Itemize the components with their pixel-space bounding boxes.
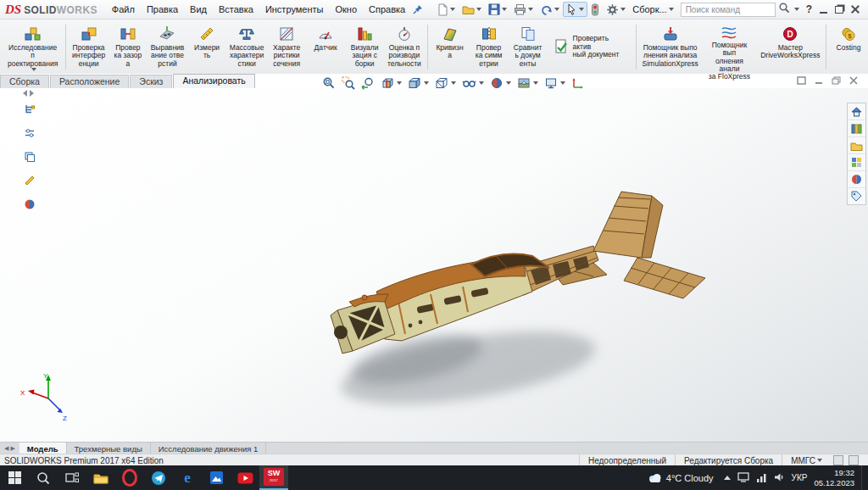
- display-tray-icon[interactable]: [737, 471, 749, 486]
- document-dropdown[interactable]: Сборк...: [629, 3, 676, 15]
- menu-window[interactable]: Окно: [329, 2, 363, 17]
- clearance-check-button[interactable]: Провер ка зазор а: [108, 20, 147, 74]
- interference-check-button[interactable]: Проверка интерфер енции: [69, 20, 108, 74]
- options-button[interactable]: [603, 2, 629, 18]
- rebuild-button[interactable]: [587, 2, 603, 18]
- featuremanager-collapse-arrows[interactable]: [23, 90, 34, 97]
- tab-motion-study[interactable]: Исследование движения 1: [151, 443, 267, 454]
- doc-window-icon[interactable]: [797, 73, 806, 88]
- configurationmanager-tab[interactable]: [22, 149, 37, 164]
- opera-taskbar-button[interactable]: [115, 465, 144, 490]
- curvature-button[interactable]: Кривизн а: [431, 20, 470, 74]
- driveworksxpress-button[interactable]: D Мастер DriveWorksXpress: [758, 20, 823, 74]
- performance-evaluation-button[interactable]: Оценка п роизводи тельности: [384, 20, 424, 74]
- performance-status-icon[interactable]: [849, 455, 859, 465]
- sensor-button[interactable]: Датчик: [306, 20, 345, 74]
- edit-appearance-button[interactable]: [490, 76, 511, 90]
- mass-properties-button[interactable]: Массовые характери стики: [226, 20, 267, 74]
- close-button[interactable]: [851, 5, 860, 14]
- file-explorer-tab[interactable]: [848, 137, 865, 154]
- propertymanager-tab[interactable]: [22, 125, 37, 141]
- volume-tray-icon[interactable]: [774, 471, 785, 486]
- model-scene[interactable]: Y X Z: [0, 88, 868, 442]
- tab-model[interactable]: Модель: [19, 443, 67, 454]
- tag-status-icon[interactable]: [833, 455, 843, 465]
- youtube-taskbar-button[interactable]: [231, 465, 259, 490]
- edge-taskbar-button[interactable]: e: [173, 465, 202, 490]
- restore-button[interactable]: [835, 6, 843, 14]
- show-desktop-button[interactable]: [861, 465, 866, 490]
- simulationxpress-button[interactable]: Помощник выпо лнения анализа SimulationX…: [639, 20, 701, 74]
- symmetry-check-button[interactable]: Провер ка симм етрии: [470, 20, 509, 74]
- section-properties-button[interactable]: Характе ристики сечения: [267, 20, 306, 74]
- hole-alignment-button[interactable]: Выравнив ание отве рстий: [147, 20, 187, 74]
- display-style-button[interactable]: [435, 76, 456, 90]
- airplane-model[interactable]: [331, 192, 705, 354]
- compare-documents-button[interactable]: Сравнит ь докум енты: [509, 20, 548, 74]
- command-search-input[interactable]: [681, 3, 776, 17]
- displaymanager-tab[interactable]: [22, 197, 37, 212]
- hide-show-items-button[interactable]: [462, 76, 484, 90]
- pin-icon[interactable]: [413, 4, 423, 14]
- tray-expand-button[interactable]: [724, 476, 731, 480]
- measure-button[interactable]: Измери ть: [187, 20, 226, 74]
- select-button[interactable]: [563, 2, 587, 17]
- task-view-button[interactable]: [58, 465, 86, 490]
- doc-close-button[interactable]: [849, 73, 858, 88]
- open-document-button[interactable]: [459, 2, 485, 17]
- zoom-area-button[interactable]: [342, 76, 355, 90]
- tab-assembly[interactable]: Сборка: [0, 75, 49, 88]
- menu-edit[interactable]: Правка: [141, 2, 184, 17]
- print-button[interactable]: [510, 2, 537, 17]
- tab-3d-views[interactable]: Трехмерные виды: [67, 443, 151, 454]
- taskbar-search-button[interactable]: [29, 465, 58, 490]
- help-button[interactable]: ?: [806, 3, 812, 15]
- view-settings-button[interactable]: [544, 76, 565, 90]
- start-button[interactable]: [0, 465, 29, 490]
- zoom-fit-button[interactable]: [322, 76, 336, 90]
- undo-button[interactable]: [537, 2, 563, 17]
- save-button[interactable]: [485, 2, 510, 17]
- tab-layout[interactable]: Расположение: [50, 75, 129, 88]
- costing-button[interactable]: $ Costing: [829, 20, 868, 74]
- resources-tab[interactable]: [848, 103, 865, 120]
- new-document-button[interactable]: [433, 2, 459, 18]
- tab-scroll-left-button[interactable]: ◀: [4, 445, 8, 452]
- featuremanager-tab[interactable]: [22, 102, 37, 117]
- graphics-area[interactable]: Y X Z: [0, 88, 868, 442]
- menu-tools[interactable]: Инструменты: [259, 2, 330, 17]
- dimxpertmanager-tab[interactable]: [22, 173, 37, 188]
- solidworks-taskbar-button[interactable]: SW 2017: [259, 465, 288, 490]
- menu-file[interactable]: Файл: [106, 2, 141, 17]
- previous-view-button[interactable]: [361, 76, 375, 90]
- floxpress-button[interactable]: Помощник вып олнения анали за FloXpress: [701, 20, 757, 74]
- weather-widget[interactable]: 4°C Cloudy: [648, 472, 714, 483]
- language-indicator[interactable]: УКР: [792, 473, 808, 482]
- design-library-tab[interactable]: [848, 120, 865, 137]
- custom-properties-tab[interactable]: [848, 188, 865, 204]
- view-orientation-button[interactable]: [408, 76, 429, 90]
- tab-sketch[interactable]: Эскиз: [130, 75, 172, 88]
- file-explorer-taskbar-button[interactable]: [86, 465, 115, 490]
- assembly-visualization-button[interactable]: Визуали зация с борки: [345, 20, 384, 74]
- check-active-document-button[interactable]: Проверить актив ный документ: [548, 20, 633, 74]
- design-study-button[interactable]: Исследование п роектирования: [3, 20, 63, 74]
- view-palette-tab[interactable]: [848, 154, 865, 171]
- tab-evaluate[interactable]: Анализировать: [173, 74, 254, 88]
- photos-taskbar-button[interactable]: [202, 465, 231, 490]
- doc-minimize-button[interactable]: [815, 73, 823, 88]
- appearances-tab[interactable]: [848, 171, 865, 188]
- tab-scroll-right-button[interactable]: ▶: [10, 445, 14, 452]
- menu-help[interactable]: Справка: [363, 2, 411, 17]
- unit-system[interactable]: ММГС: [782, 454, 831, 466]
- telegram-taskbar-button[interactable]: [144, 465, 173, 490]
- network-tray-icon[interactable]: [756, 471, 767, 486]
- search-icon[interactable]: [778, 2, 790, 17]
- menu-view[interactable]: Вид: [184, 2, 213, 17]
- doc-restore-button[interactable]: [832, 73, 841, 88]
- axes-view-button[interactable]: [571, 76, 585, 90]
- clock[interactable]: 19:32 05.12.2023: [814, 468, 854, 487]
- apply-scene-button[interactable]: [517, 76, 538, 90]
- section-view-button[interactable]: [381, 76, 402, 90]
- minimize-button[interactable]: [820, 12, 827, 14]
